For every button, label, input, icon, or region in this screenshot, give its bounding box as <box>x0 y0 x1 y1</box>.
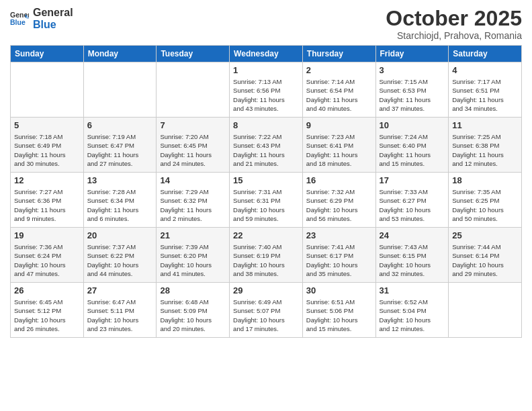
table-row <box>83 62 157 118</box>
day-number: 25 <box>452 230 518 240</box>
table-row: 25Sunrise: 7:44 AM Sunset: 6:14 PM Dayli… <box>449 228 522 283</box>
calendar-week-row: 19Sunrise: 7:36 AM Sunset: 6:24 PM Dayli… <box>11 228 522 283</box>
table-row: 13Sunrise: 7:28 AM Sunset: 6:34 PM Dayli… <box>83 173 157 228</box>
table-row <box>449 283 522 338</box>
day-info: Sunrise: 6:45 AM Sunset: 5:12 PM Dayligh… <box>14 298 80 333</box>
table-row: 27Sunrise: 6:47 AM Sunset: 5:11 PM Dayli… <box>83 283 157 338</box>
day-number: 10 <box>380 120 445 130</box>
table-row: 12Sunrise: 7:27 AM Sunset: 6:36 PM Dayli… <box>11 173 84 228</box>
day-number: 12 <box>14 175 80 185</box>
day-info: Sunrise: 7:35 AM Sunset: 6:25 PM Dayligh… <box>452 187 518 223</box>
table-row: 29Sunrise: 6:49 AM Sunset: 5:07 PM Dayli… <box>230 283 303 338</box>
day-info: Sunrise: 7:14 AM Sunset: 6:54 PM Dayligh… <box>306 77 372 113</box>
day-info: Sunrise: 7:18 AM Sunset: 6:49 PM Dayligh… <box>14 132 80 168</box>
table-row: 23Sunrise: 7:41 AM Sunset: 6:17 PM Dayli… <box>302 228 375 283</box>
day-info: Sunrise: 7:23 AM Sunset: 6:41 PM Dayligh… <box>306 132 372 168</box>
col-saturday: Saturday <box>449 46 522 62</box>
day-number: 23 <box>306 230 372 240</box>
col-monday: Monday <box>83 46 157 62</box>
logo: General Blue General Blue <box>10 7 73 30</box>
table-row: 18Sunrise: 7:35 AM Sunset: 6:25 PM Dayli… <box>449 173 522 228</box>
table-row: 31Sunrise: 6:52 AM Sunset: 5:04 PM Dayli… <box>375 283 449 338</box>
logo-blue-text: Blue <box>33 19 73 31</box>
day-number: 11 <box>452 120 518 130</box>
day-number: 9 <box>306 120 372 130</box>
svg-text:Blue: Blue <box>10 17 26 26</box>
calendar-header-row: Sunday Monday Tuesday Wednesday Thursday… <box>11 46 522 62</box>
day-info: Sunrise: 7:15 AM Sunset: 6:53 PM Dayligh… <box>380 77 445 113</box>
logo-icon: General Blue <box>10 9 29 28</box>
day-info: Sunrise: 7:13 AM Sunset: 6:56 PM Dayligh… <box>233 77 299 113</box>
calendar-week-row: 1Sunrise: 7:13 AM Sunset: 6:56 PM Daylig… <box>11 62 522 118</box>
day-number: 8 <box>233 120 299 130</box>
day-number: 7 <box>160 120 226 130</box>
calendar-week-row: 12Sunrise: 7:27 AM Sunset: 6:36 PM Dayli… <box>11 173 522 228</box>
day-info: Sunrise: 7:28 AM Sunset: 6:34 PM Dayligh… <box>87 187 153 223</box>
table-row: 5Sunrise: 7:18 AM Sunset: 6:49 PM Daylig… <box>11 118 84 173</box>
day-info: Sunrise: 7:44 AM Sunset: 6:14 PM Dayligh… <box>452 242 518 278</box>
day-info: Sunrise: 7:41 AM Sunset: 6:17 PM Dayligh… <box>306 242 372 278</box>
calendar-table: Sunday Monday Tuesday Wednesday Thursday… <box>10 45 522 338</box>
table-row: 10Sunrise: 7:24 AM Sunset: 6:40 PM Dayli… <box>375 118 449 173</box>
day-number: 3 <box>380 65 445 75</box>
table-row: 3Sunrise: 7:15 AM Sunset: 6:53 PM Daylig… <box>375 62 449 118</box>
day-number: 22 <box>233 230 299 240</box>
table-row: 28Sunrise: 6:48 AM Sunset: 5:09 PM Dayli… <box>157 283 230 338</box>
col-tuesday: Tuesday <box>157 46 230 62</box>
day-number: 29 <box>233 285 299 295</box>
day-info: Sunrise: 7:31 AM Sunset: 6:31 PM Dayligh… <box>233 187 299 223</box>
logo-general-text: General <box>33 7 73 19</box>
day-info: Sunrise: 7:32 AM Sunset: 6:29 PM Dayligh… <box>306 187 372 223</box>
table-row: 19Sunrise: 7:36 AM Sunset: 6:24 PM Dayli… <box>11 228 84 283</box>
day-number: 6 <box>87 120 153 130</box>
table-row: 9Sunrise: 7:23 AM Sunset: 6:41 PM Daylig… <box>302 118 375 173</box>
day-info: Sunrise: 6:48 AM Sunset: 5:09 PM Dayligh… <box>160 298 226 333</box>
day-info: Sunrise: 7:17 AM Sunset: 6:51 PM Dayligh… <box>452 77 518 113</box>
page-container: General Blue General Blue October 2025 S… <box>0 0 532 343</box>
table-row: 7Sunrise: 7:20 AM Sunset: 6:45 PM Daylig… <box>157 118 230 173</box>
col-friday: Friday <box>375 46 449 62</box>
day-info: Sunrise: 7:33 AM Sunset: 6:27 PM Dayligh… <box>380 187 445 223</box>
day-number: 27 <box>87 285 153 295</box>
day-info: Sunrise: 7:39 AM Sunset: 6:20 PM Dayligh… <box>160 242 226 278</box>
day-number: 18 <box>452 175 518 185</box>
day-number: 1 <box>233 65 299 75</box>
col-sunday: Sunday <box>11 46 84 62</box>
table-row: 16Sunrise: 7:32 AM Sunset: 6:29 PM Dayli… <box>302 173 375 228</box>
day-info: Sunrise: 7:36 AM Sunset: 6:24 PM Dayligh… <box>14 242 80 278</box>
table-row: 2Sunrise: 7:14 AM Sunset: 6:54 PM Daylig… <box>302 62 375 118</box>
col-thursday: Thursday <box>302 46 375 62</box>
table-row <box>157 62 230 118</box>
page-header: General Blue General Blue October 2025 S… <box>10 7 522 41</box>
table-row: 30Sunrise: 6:51 AM Sunset: 5:06 PM Dayli… <box>302 283 375 338</box>
day-info: Sunrise: 7:43 AM Sunset: 6:15 PM Dayligh… <box>380 242 445 278</box>
day-number: 20 <box>87 230 153 240</box>
calendar-week-row: 5Sunrise: 7:18 AM Sunset: 6:49 PM Daylig… <box>11 118 522 173</box>
day-info: Sunrise: 7:24 AM Sunset: 6:40 PM Dayligh… <box>380 132 445 168</box>
table-row: 21Sunrise: 7:39 AM Sunset: 6:20 PM Dayli… <box>157 228 230 283</box>
day-info: Sunrise: 7:27 AM Sunset: 6:36 PM Dayligh… <box>14 187 80 223</box>
table-row: 6Sunrise: 7:19 AM Sunset: 6:47 PM Daylig… <box>83 118 157 173</box>
day-number: 13 <box>87 175 153 185</box>
day-info: Sunrise: 7:37 AM Sunset: 6:22 PM Dayligh… <box>87 242 153 278</box>
table-row <box>11 62 84 118</box>
day-info: Sunrise: 7:19 AM Sunset: 6:47 PM Dayligh… <box>87 132 153 168</box>
day-info: Sunrise: 7:25 AM Sunset: 6:38 PM Dayligh… <box>452 132 518 168</box>
day-number: 24 <box>380 230 445 240</box>
day-number: 16 <box>306 175 372 185</box>
table-row: 22Sunrise: 7:40 AM Sunset: 6:19 PM Dayli… <box>230 228 303 283</box>
day-number: 28 <box>160 285 226 295</box>
day-number: 21 <box>160 230 226 240</box>
day-number: 17 <box>380 175 445 185</box>
day-info: Sunrise: 6:49 AM Sunset: 5:07 PM Dayligh… <box>233 298 299 333</box>
table-row: 24Sunrise: 7:43 AM Sunset: 6:15 PM Dayli… <box>375 228 449 283</box>
table-row: 17Sunrise: 7:33 AM Sunset: 6:27 PM Dayli… <box>375 173 449 228</box>
day-info: Sunrise: 7:40 AM Sunset: 6:19 PM Dayligh… <box>233 242 299 278</box>
table-row: 11Sunrise: 7:25 AM Sunset: 6:38 PM Dayli… <box>449 118 522 173</box>
col-wednesday: Wednesday <box>230 46 303 62</box>
table-row: 4Sunrise: 7:17 AM Sunset: 6:51 PM Daylig… <box>449 62 522 118</box>
day-number: 30 <box>306 285 372 295</box>
day-info: Sunrise: 7:22 AM Sunset: 6:43 PM Dayligh… <box>233 132 299 168</box>
day-info: Sunrise: 6:47 AM Sunset: 5:11 PM Dayligh… <box>87 298 153 333</box>
table-row: 8Sunrise: 7:22 AM Sunset: 6:43 PM Daylig… <box>230 118 303 173</box>
